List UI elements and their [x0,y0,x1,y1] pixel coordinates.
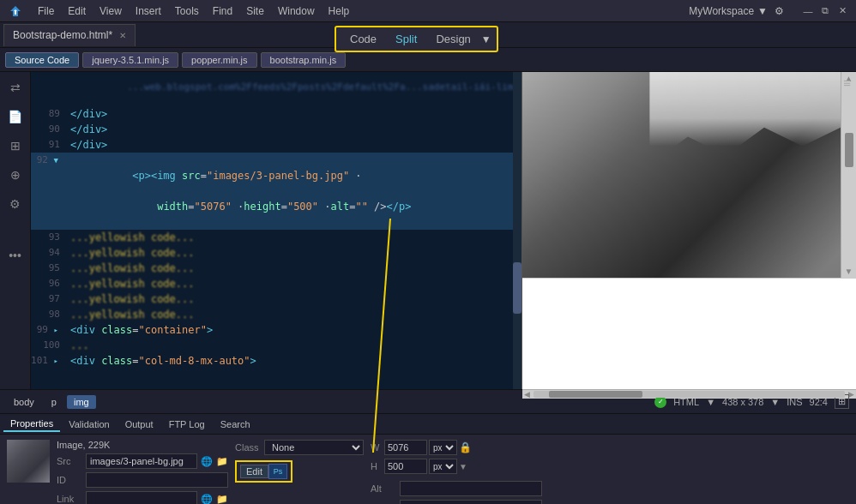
bootstrap-tab-button[interactable]: bootstrap.min.js [261,52,347,68]
menubar: File Edit View Insert Tools Find Site Wi… [0,0,856,22]
code-line-97: 97 ...yellowish code... [31,291,521,307]
panel-toggle-icon[interactable]: ⇄ [3,75,27,99]
link-row: Link 🌐 📁 [57,491,228,504]
css-icon[interactable]: ⚙ [3,192,27,216]
width-input[interactable] [384,440,427,455]
insert-icon[interactable]: ⊕ [3,163,27,187]
code-scrollbar[interactable] [513,72,521,389]
src-input[interactable] [86,453,197,469]
menu-site[interactable]: Site [239,0,271,22]
close-button[interactable]: ✕ [835,4,849,18]
popper-tab-button[interactable]: popper.min.js [182,52,256,68]
jquery-tab-button[interactable]: jquery-3.5.1.min.js [82,52,178,68]
breadcrumb: body p img [7,395,96,409]
status-dropdown-icon[interactable]: ▼ [706,397,715,407]
menu-view[interactable]: View [93,0,129,22]
scrollbar-down-icon[interactable]: ▼ [845,267,853,276]
id-label: ID [57,475,82,485]
id-row: ID [57,472,228,488]
left-sidebar: ⇄ 📄 ⊞ ⊕ ⚙ ••• [0,72,31,389]
more-icon[interactable]: ••• [3,243,27,267]
props-tab-properties[interactable]: Properties [3,417,60,432]
menu-window[interactable]: Window [271,0,322,22]
hscroll-left-icon[interactable]: ◀ [524,390,530,399]
code-line-93: 93 ...yellowish code... [31,230,521,245]
breadcrumb-img[interactable]: img [67,395,96,409]
view-dropdown-icon[interactable]: ▼ [481,33,491,45]
file-tab-bootstrap[interactable]: Bootstrap-demo.html* ✕ [3,24,136,46]
assets-icon[interactable]: ⊞ [3,134,27,158]
menu-insert[interactable]: Insert [129,0,168,22]
height-unit-select[interactable]: px [429,459,457,474]
src-browse-icon[interactable]: 🌐 [201,456,213,467]
code-line-101: 101 ▸ <div class="col-md-8-mx-auto"> [31,353,521,369]
edit-button[interactable]: Edit [240,465,268,478]
class-select[interactable]: None [264,440,364,455]
src-folder-icon[interactable]: 📁 [216,456,228,467]
design-preview-image [522,72,841,278]
scrollbar-thumb[interactable] [513,262,521,314]
files-icon[interactable]: 📄 [3,105,27,129]
hscroll-right-icon[interactable]: ▶ [848,390,854,399]
minimize-button[interactable]: — [801,4,815,18]
workspace-label: MyWorkspace [689,5,754,17]
props-tab-output[interactable]: Output [118,417,160,431]
design-view-button[interactable]: Design [427,30,479,48]
title-row: Title [371,500,542,504]
properties-panel: Properties Validation Output FTP Log Sea… [0,413,856,504]
w-label: W [371,442,383,453]
link-browse-icon[interactable]: 🌐 [201,494,213,505]
link-folder-icon[interactable]: 📁 [216,494,228,505]
props-tab-ftplog[interactable]: FTP Log [162,417,212,431]
breadcrumb-body[interactable]: body [7,395,41,409]
menu-tools[interactable]: Tools [168,0,206,22]
code-line-89: 89 </div> [31,106,521,122]
dimensions-dropdown-icon[interactable]: ▼ [770,397,780,407]
design-scrollbar[interactable]: ▲ ▼ [841,72,856,278]
breadcrumb-p[interactable]: p [45,395,63,409]
filter-icon[interactable]: ≡ [843,75,851,90]
props-tab-search[interactable]: Search [214,417,257,431]
class-row: Class None [235,440,364,455]
title-input[interactable] [400,500,542,504]
edit-button-group: Edit Ps [235,460,292,483]
design-hscrollbar[interactable]: ◀ ▶ [522,389,856,399]
height-arrow-icon: ▼ [459,462,467,471]
link-input[interactable] [86,491,197,504]
width-row: W px 🔒 [371,440,542,455]
class-label: Class [235,442,261,453]
props-content: Image, 229K Src 🌐 📁 ID Link 🌐 📁 Class [0,435,856,504]
zoom-label: 92:4 [810,397,828,407]
split-view-button[interactable]: Split [387,30,425,48]
code-editor[interactable]: ...web.blogspot.com%2Ffeeds%2Fposts%2Fde… [31,72,521,389]
code-view-button[interactable]: Code [341,30,385,48]
workspace-selector[interactable]: MyWorkspace ▼ [689,5,768,17]
settings-icon[interactable]: ⚙ [775,5,784,17]
id-input[interactable] [86,472,228,488]
mode-label: INS [787,397,802,407]
menu-file[interactable]: File [31,0,61,22]
alt-input[interactable] [400,481,542,496]
code-line-91: 91 </div> [31,137,521,153]
code-line-92[interactable]: 92 ▼ <p><img src="images/3-panel-bg.jpg"… [31,153,521,230]
props-tab-validation[interactable]: Validation [62,417,117,431]
tab-close-bootstrap[interactable]: ✕ [119,31,126,40]
source-code-button[interactable]: Source Code [5,52,79,68]
h-label: H [371,461,383,471]
props-tabs: Properties Validation Output FTP Log Sea… [0,414,856,435]
lock-icon[interactable]: 🔒 [459,441,472,453]
restore-button[interactable]: ⧉ [818,4,832,18]
width-unit-select[interactable]: px [429,440,457,455]
image-info-label: Image, 229K [57,440,228,450]
menu-help[interactable]: Help [322,0,357,22]
image-thumbnail [7,440,50,483]
menu-edit[interactable]: Edit [61,0,93,22]
photoshop-button[interactable]: Ps [268,464,287,479]
height-input[interactable] [384,459,427,474]
code-line-98: 98 ...yellowish code... [31,307,521,322]
design-white-area [522,278,856,389]
src-row: Src 🌐 📁 [57,453,228,469]
menu-find[interactable]: Find [206,0,239,22]
design-panel: ▲ ▼ ◀ ▶ [521,72,856,389]
workspace-arrow-icon: ▼ [757,5,768,17]
